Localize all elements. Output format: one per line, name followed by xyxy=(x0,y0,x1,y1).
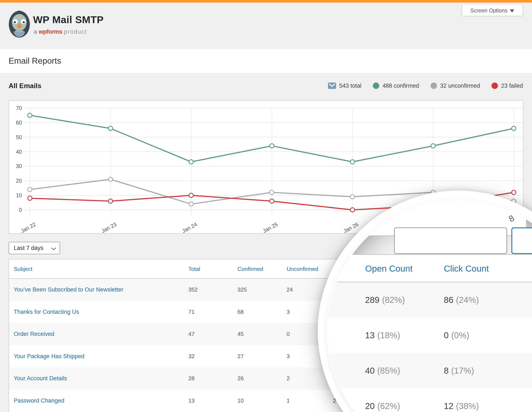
unconfirmed-cell: 3 xyxy=(287,301,290,323)
magnifier-lens-content: 8 Open Count Click Count 289(82%)86(24%)… xyxy=(328,201,532,412)
subject-link[interactable]: Password Changed xyxy=(14,390,64,412)
brand-top-bar xyxy=(0,0,532,3)
app-title: WP Mail SMTP xyxy=(33,14,104,26)
y-axis-tick-label: 50 xyxy=(16,134,22,140)
count-value: 40 xyxy=(365,366,375,375)
page-title: Email Reports xyxy=(9,49,61,73)
magnified-table-row: 20(62%)12(38%) xyxy=(328,388,532,412)
count-value: 86 xyxy=(444,295,454,305)
column-header-total[interactable]: Total xyxy=(188,259,200,279)
chart-point-failed[interactable] xyxy=(108,199,113,203)
magnified-table-body: 289(82%)86(24%)13(18%)0(0%)40(85%)8(17%)… xyxy=(328,282,532,412)
subject-link[interactable]: Your Package Has Shipped xyxy=(14,345,84,368)
click-count-cell: 12(38%) xyxy=(444,388,479,412)
section-title: All Emails xyxy=(9,82,41,90)
column-header-unconfirmed[interactable]: Unconfirmed xyxy=(287,259,318,279)
chart-point-confirmed[interactable] xyxy=(350,160,355,164)
chart-point-unconfirmed[interactable] xyxy=(108,177,113,182)
search-button[interactable] xyxy=(511,228,532,254)
date-range-value: Last 7 days xyxy=(14,245,43,251)
unconfirmed-cell: 2 xyxy=(287,367,290,390)
count-value: 289 xyxy=(365,295,380,305)
x-axis-tick-label: Jan 25 xyxy=(262,221,279,233)
screen-options-button[interactable]: Screen Options xyxy=(462,5,523,16)
confirmed-cell: 45 xyxy=(238,323,244,345)
wpforms-brand: wpforms xyxy=(39,28,62,35)
y-axis-tick-label: 70 xyxy=(16,105,22,111)
x-axis-tick-label: Jan 24 xyxy=(181,221,198,233)
unconfirmed-cell: 1 xyxy=(287,390,290,412)
chart-point-failed[interactable] xyxy=(270,199,274,203)
count-value: 8 xyxy=(444,366,448,375)
column-header-subject[interactable]: Subject xyxy=(14,259,32,279)
legend-label: 32 unconfirmed xyxy=(440,82,480,89)
count-value: 12 xyxy=(444,401,454,411)
screen-options-label: Screen Options xyxy=(470,8,507,14)
search-input[interactable] xyxy=(394,228,507,254)
confirmed-cell: 26 xyxy=(238,367,244,390)
subject-link[interactable]: Your Account Details xyxy=(14,367,67,390)
x-axis-tick-label: Jan 22 xyxy=(20,221,37,233)
legend-label: 23 failed xyxy=(501,82,523,89)
click-count-cell: 86(24%) xyxy=(444,282,479,318)
subject-link[interactable]: You’ve Been Subscribed to Our Newsletter xyxy=(14,279,123,301)
x-axis-tick-label: Jan 26 xyxy=(342,221,359,233)
chart-point-confirmed[interactable] xyxy=(431,144,435,148)
page-title-band: Email Reports xyxy=(0,49,532,73)
chart-point-failed[interactable] xyxy=(28,196,32,201)
total-cell: 71 xyxy=(188,301,195,323)
count-percent: (24%) xyxy=(456,295,479,305)
chart-point-unconfirmed[interactable] xyxy=(28,187,32,192)
y-axis-tick-label: 0 xyxy=(19,207,22,213)
total-cell: 32 xyxy=(188,345,195,368)
chart-point-failed[interactable] xyxy=(189,193,193,197)
chart-point-unconfirmed[interactable] xyxy=(270,190,274,195)
chart-point-confirmed[interactable] xyxy=(189,160,193,164)
unconfirmed-cell: 0 xyxy=(287,323,290,345)
date-range-select[interactable]: Last 7 days xyxy=(9,242,60,254)
open-count-cell: 13(18%) xyxy=(365,318,400,353)
tagline-prefix: a xyxy=(34,28,37,35)
chart-point-failed[interactable] xyxy=(512,190,516,195)
y-axis-tick-label: 60 xyxy=(16,120,22,126)
column-header-open-count[interactable]: Open Count xyxy=(365,255,412,282)
chart-point-confirmed[interactable] xyxy=(512,126,516,130)
count-percent: (85%) xyxy=(377,366,400,375)
subject-link[interactable]: Thanks for Contacting Us xyxy=(14,301,79,323)
legend-item-unconfirmed: 32 unconfirmed xyxy=(430,82,480,89)
count-value: 0 xyxy=(444,330,448,340)
count-percent: (62%) xyxy=(377,401,400,411)
column-header-click-count[interactable]: Click Count xyxy=(444,255,489,282)
count-percent: (38%) xyxy=(456,401,479,411)
dot-icon xyxy=(373,82,380,89)
chart-legend: 543 total 488 confirmed 32 unconfirmed 2… xyxy=(328,79,523,92)
column-header-confirmed[interactable]: Confirmed xyxy=(238,259,263,279)
click-count-cell: 0(0%) xyxy=(444,318,469,353)
chart-point-confirmed[interactable] xyxy=(108,126,113,130)
chart-point-confirmed[interactable] xyxy=(270,144,274,148)
y-axis-tick-label: 40 xyxy=(16,149,22,155)
legend-label: 488 confirmed xyxy=(382,82,419,89)
tagline-suffix: product xyxy=(64,28,87,35)
open-count-cell: 40(85%) xyxy=(365,353,400,388)
envelope-icon xyxy=(328,82,336,89)
confirmed-cell: 27 xyxy=(238,345,244,368)
chart-point-unconfirmed[interactable] xyxy=(350,195,355,199)
total-cell: 47 xyxy=(188,323,195,345)
chart-point-confirmed[interactable] xyxy=(28,113,32,118)
confirmed-cell: 325 xyxy=(238,279,247,301)
click-count-cell: 8(17%) xyxy=(444,353,474,388)
magnified-table-row: 289(82%)86(24%) xyxy=(328,282,532,318)
legend-item-confirmed: 488 confirmed xyxy=(373,82,419,89)
chart-point-unconfirmed[interactable] xyxy=(189,202,193,206)
legend-item-total: 543 total xyxy=(328,82,361,89)
count-value: 20 xyxy=(365,401,375,411)
chevron-down-icon xyxy=(51,247,56,250)
count-percent: (82%) xyxy=(382,295,405,305)
subject-link[interactable]: Order Received xyxy=(14,323,54,345)
magnified-table-header: Open Count Click Count xyxy=(328,255,532,282)
open-count-cell: 289(82%) xyxy=(365,282,405,318)
chart-point-failed[interactable] xyxy=(350,208,355,212)
dot-icon xyxy=(430,82,437,89)
confirmed-cell: 68 xyxy=(238,301,244,323)
